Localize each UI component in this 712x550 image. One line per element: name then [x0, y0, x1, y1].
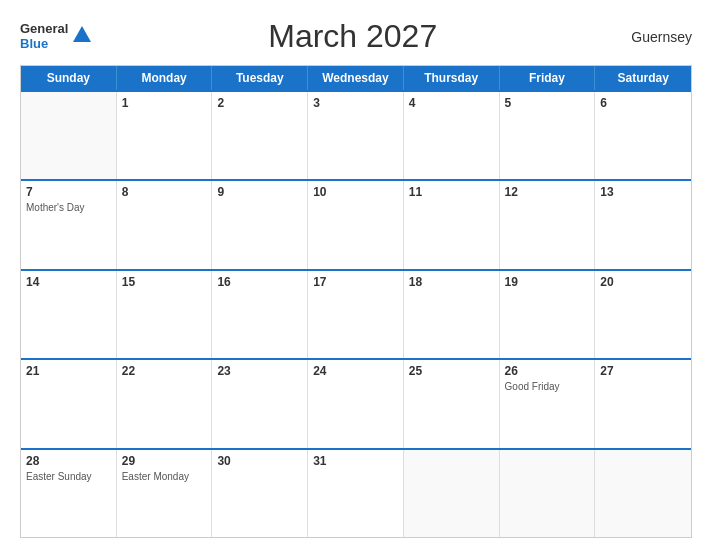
day-number: 4 — [409, 96, 494, 110]
calendar-cell: 1 — [117, 92, 213, 179]
calendar-cell: 8 — [117, 181, 213, 268]
calendar-cell — [21, 92, 117, 179]
calendar-cell — [500, 450, 596, 537]
calendar-week-2: 7Mother's Day8910111213 — [21, 179, 691, 268]
day-number: 29 — [122, 454, 207, 468]
col-header-friday: Friday — [500, 66, 596, 90]
calendar-cell: 23 — [212, 360, 308, 447]
day-number: 19 — [505, 275, 590, 289]
col-header-tuesday: Tuesday — [212, 66, 308, 90]
day-number: 9 — [217, 185, 302, 199]
calendar-cell: 17 — [308, 271, 404, 358]
calendar-cell: 29Easter Monday — [117, 450, 213, 537]
day-number: 26 — [505, 364, 590, 378]
day-number: 20 — [600, 275, 686, 289]
calendar-cell: 12 — [500, 181, 596, 268]
day-number: 31 — [313, 454, 398, 468]
calendar-cell: 6 — [595, 92, 691, 179]
calendar-cell: 19 — [500, 271, 596, 358]
calendar-cell: 20 — [595, 271, 691, 358]
calendar-cell: 25 — [404, 360, 500, 447]
calendar-cell: 10 — [308, 181, 404, 268]
svg-marker-0 — [73, 26, 91, 42]
day-number: 25 — [409, 364, 494, 378]
calendar-cell: 22 — [117, 360, 213, 447]
calendar-week-4: 212223242526Good Friday27 — [21, 358, 691, 447]
calendar-page: General Blue March 2027 Guernsey SundayM… — [0, 0, 712, 550]
calendar-week-1: 123456 — [21, 90, 691, 179]
day-event: Mother's Day — [26, 202, 111, 213]
calendar-cell: 5 — [500, 92, 596, 179]
day-number: 2 — [217, 96, 302, 110]
col-header-wednesday: Wednesday — [308, 66, 404, 90]
day-number: 1 — [122, 96, 207, 110]
day-event: Good Friday — [505, 381, 590, 392]
calendar-cell: 27 — [595, 360, 691, 447]
day-number: 3 — [313, 96, 398, 110]
day-number: 30 — [217, 454, 302, 468]
day-number: 28 — [26, 454, 111, 468]
logo-general: General — [20, 22, 68, 36]
calendar-cell: 3 — [308, 92, 404, 179]
calendar-week-3: 14151617181920 — [21, 269, 691, 358]
day-number: 16 — [217, 275, 302, 289]
day-event: Easter Monday — [122, 471, 207, 482]
region-label: Guernsey — [612, 29, 692, 45]
calendar-cell: 16 — [212, 271, 308, 358]
day-event: Easter Sunday — [26, 471, 111, 482]
day-number: 10 — [313, 185, 398, 199]
col-header-sunday: Sunday — [21, 66, 117, 90]
day-number: 8 — [122, 185, 207, 199]
calendar-cell: 28Easter Sunday — [21, 450, 117, 537]
logo-text: General Blue — [20, 22, 68, 51]
day-number: 5 — [505, 96, 590, 110]
day-number: 15 — [122, 275, 207, 289]
calendar-cell — [404, 450, 500, 537]
day-number: 7 — [26, 185, 111, 199]
day-number: 22 — [122, 364, 207, 378]
calendar-cell: 18 — [404, 271, 500, 358]
day-number: 24 — [313, 364, 398, 378]
calendar-header-row: SundayMondayTuesdayWednesdayThursdayFrid… — [21, 66, 691, 90]
calendar-cell: 13 — [595, 181, 691, 268]
calendar-cell — [595, 450, 691, 537]
calendar-body: 1234567Mother's Day891011121314151617181… — [21, 90, 691, 537]
calendar-cell: 7Mother's Day — [21, 181, 117, 268]
col-header-saturday: Saturday — [595, 66, 691, 90]
day-number: 17 — [313, 275, 398, 289]
calendar-cell: 24 — [308, 360, 404, 447]
day-number: 13 — [600, 185, 686, 199]
logo: General Blue — [20, 22, 93, 51]
day-number: 21 — [26, 364, 111, 378]
col-header-monday: Monday — [117, 66, 213, 90]
calendar-cell: 4 — [404, 92, 500, 179]
calendar-cell: 2 — [212, 92, 308, 179]
logo-blue: Blue — [20, 37, 68, 51]
col-header-thursday: Thursday — [404, 66, 500, 90]
day-number: 18 — [409, 275, 494, 289]
page-header: General Blue March 2027 Guernsey — [20, 18, 692, 55]
calendar-week-5: 28Easter Sunday29Easter Monday3031 — [21, 448, 691, 537]
calendar-cell: 9 — [212, 181, 308, 268]
calendar: SundayMondayTuesdayWednesdayThursdayFrid… — [20, 65, 692, 538]
day-number: 11 — [409, 185, 494, 199]
day-number: 27 — [600, 364, 686, 378]
page-title: March 2027 — [93, 18, 612, 55]
day-number: 14 — [26, 275, 111, 289]
calendar-cell: 15 — [117, 271, 213, 358]
day-number: 23 — [217, 364, 302, 378]
calendar-cell: 30 — [212, 450, 308, 537]
day-number: 12 — [505, 185, 590, 199]
calendar-cell: 11 — [404, 181, 500, 268]
day-number: 6 — [600, 96, 686, 110]
calendar-cell: 26Good Friday — [500, 360, 596, 447]
calendar-cell: 14 — [21, 271, 117, 358]
logo-icon — [71, 24, 93, 46]
calendar-cell: 31 — [308, 450, 404, 537]
calendar-cell: 21 — [21, 360, 117, 447]
